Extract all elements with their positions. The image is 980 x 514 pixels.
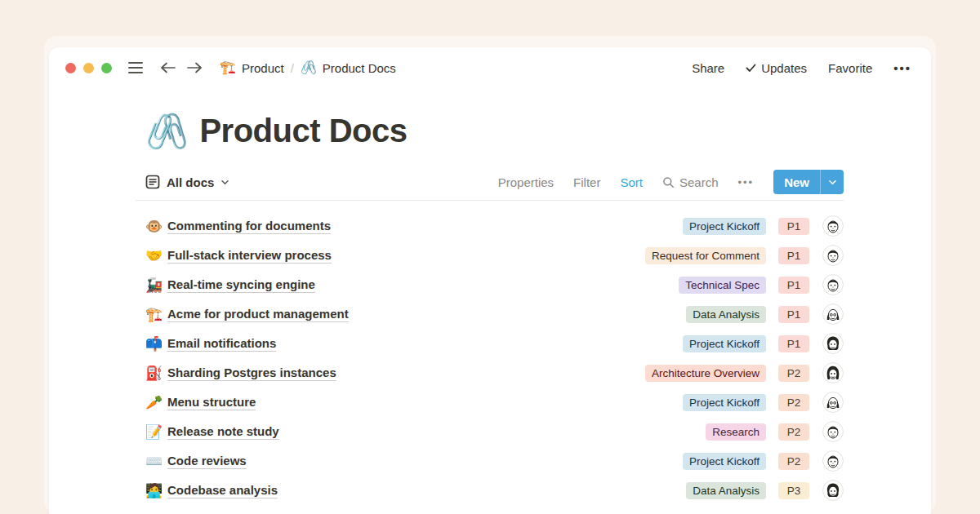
- doc-type-tag[interactable]: Technical Spec: [679, 277, 766, 294]
- search-button[interactable]: Search: [662, 175, 719, 189]
- doc-title-link[interactable]: Release note study: [167, 424, 279, 440]
- new-button-label[interactable]: New: [773, 170, 820, 194]
- priority-badge[interactable]: P2: [778, 423, 809, 441]
- breadcrumb-label: Product Docs: [323, 61, 396, 75]
- doc-type-tag[interactable]: Data Analysis: [686, 306, 766, 323]
- doc-row[interactable]: 🧑‍💻 Codebase analysis Data Analysis P3: [145, 476, 844, 505]
- doc-emoji-icon: 📝: [145, 425, 167, 439]
- forward-arrow-icon[interactable]: [186, 61, 203, 74]
- page-paperclip-icon[interactable]: 🖇️: [145, 114, 188, 148]
- avatar[interactable]: [822, 333, 844, 354]
- doc-emoji-icon: ⌨️: [145, 454, 167, 468]
- avatar[interactable]: [822, 480, 844, 501]
- avatar[interactable]: [822, 421, 844, 442]
- search-icon: [662, 176, 675, 188]
- doc-type-tag[interactable]: Research: [706, 423, 766, 441]
- page-header: 🖇️ Product Docs: [145, 113, 844, 149]
- properties-button[interactable]: Properties: [498, 175, 554, 189]
- doc-row-meta: Architecture Overview P2: [645, 362, 844, 383]
- check-icon: [746, 64, 756, 73]
- avatar[interactable]: [822, 274, 844, 295]
- priority-badge[interactable]: P2: [778, 365, 809, 382]
- doc-type-tag[interactable]: Data Analysis: [686, 482, 766, 499]
- priority-badge[interactable]: P1: [778, 277, 809, 294]
- priority-badge[interactable]: P1: [778, 218, 809, 235]
- chevron-down-icon: [828, 178, 837, 187]
- menu-icon[interactable]: [128, 62, 143, 73]
- avatar[interactable]: [822, 450, 844, 472]
- updates-button[interactable]: Updates: [746, 61, 807, 75]
- doc-type-tag[interactable]: Project Kickoff: [683, 335, 766, 352]
- doc-row-meta: Project Kickoff P1: [683, 333, 844, 354]
- priority-badge[interactable]: P3: [778, 482, 809, 499]
- doc-row[interactable]: 🚂 Real-time syncing engine Technical Spe…: [145, 270, 844, 299]
- view-switcher[interactable]: All docs: [145, 175, 229, 189]
- page-content: 🖇️ Product Docs All docs Properties Filt…: [49, 88, 931, 505]
- doc-title-link[interactable]: Real-time syncing engine: [167, 277, 315, 293]
- doc-type-tag[interactable]: Project Kickoff: [683, 218, 766, 235]
- doc-row-meta: Data Analysis P1: [686, 304, 844, 325]
- minimize-window-button[interactable]: [83, 63, 94, 73]
- doc-row[interactable]: 🏗️ Acme for product management Data Anal…: [145, 299, 844, 329]
- share-button[interactable]: Share: [692, 61, 724, 75]
- doc-title-link[interactable]: Menu structure: [167, 395, 256, 410]
- doc-title-link[interactable]: Acme for product management: [167, 307, 349, 322]
- doc-emoji-icon: 🐵: [145, 219, 167, 233]
- doc-row[interactable]: 🥕 Menu structure Project Kickoff P2: [145, 388, 844, 417]
- doc-title-link[interactable]: Code reviews: [167, 454, 247, 469]
- toolbar-more-button[interactable]: •••: [738, 176, 755, 188]
- app-window: 🏗️ Product / 🖇️ Product Docs Share Updat…: [49, 47, 931, 514]
- doc-row[interactable]: ⛽ Sharding Postgres instances Architectu…: [145, 358, 844, 388]
- doc-type-tag[interactable]: Architecture Overview: [645, 365, 766, 382]
- more-options-button[interactable]: •••: [893, 61, 911, 75]
- database-toolbar: All docs Properties Filter Sort Search •…: [145, 169, 844, 195]
- favorite-button[interactable]: Favorite: [828, 61, 872, 75]
- filter-button[interactable]: Filter: [573, 175, 600, 189]
- zoom-window-button[interactable]: [101, 63, 112, 73]
- doc-type-tag[interactable]: Request for Comment: [645, 247, 766, 264]
- priority-badge[interactable]: P1: [778, 306, 809, 323]
- crane-icon: 🏗️: [220, 61, 236, 74]
- avatar[interactable]: [822, 215, 844, 237]
- new-button-caret[interactable]: [821, 170, 844, 194]
- docs-list-icon: [145, 175, 160, 189]
- doc-title-link[interactable]: Commenting for documents: [167, 219, 331, 234]
- traffic-lights: [65, 63, 112, 73]
- breadcrumb-item-product-docs[interactable]: 🖇️ Product Docs: [301, 61, 396, 75]
- priority-badge[interactable]: P2: [778, 453, 809, 470]
- sort-button[interactable]: Sort: [620, 175, 643, 189]
- avatar[interactable]: [822, 245, 844, 266]
- doc-row-meta: Project Kickoff P2: [683, 392, 844, 413]
- page-title[interactable]: Product Docs: [199, 113, 407, 149]
- close-window-button[interactable]: [65, 63, 76, 73]
- doc-row-meta: Technical Spec P1: [679, 274, 844, 295]
- doc-emoji-icon: 🚂: [145, 278, 167, 292]
- avatar[interactable]: [822, 304, 844, 325]
- breadcrumb-item-product[interactable]: 🏗️ Product: [220, 61, 284, 75]
- avatar[interactable]: [822, 392, 844, 413]
- doc-title-link[interactable]: Codebase analysis: [167, 483, 278, 498]
- doc-emoji-icon: 🤝: [145, 249, 167, 263]
- breadcrumb: 🏗️ Product / 🖇️ Product Docs: [220, 61, 396, 75]
- breadcrumb-separator: /: [291, 61, 294, 75]
- new-button[interactable]: New: [773, 170, 844, 194]
- priority-badge[interactable]: P1: [778, 247, 809, 264]
- doc-type-tag[interactable]: Project Kickoff: [683, 453, 766, 470]
- doc-title-link[interactable]: Email notifications: [167, 336, 276, 352]
- doc-type-tag[interactable]: Project Kickoff: [683, 394, 766, 411]
- avatar[interactable]: [822, 362, 844, 383]
- doc-row[interactable]: ⌨️ Code reviews Project Kickoff P2: [145, 446, 844, 476]
- search-label: Search: [679, 175, 719, 189]
- priority-badge[interactable]: P1: [778, 335, 809, 352]
- doc-emoji-icon: 🧑‍💻: [145, 484, 167, 498]
- doc-row[interactable]: 📝 Release note study Research P2: [145, 417, 844, 446]
- doc-row[interactable]: 🤝 Full-stack interview process Request f…: [145, 241, 844, 270]
- back-arrow-icon[interactable]: [159, 61, 176, 74]
- doc-emoji-icon: 📫: [145, 337, 167, 351]
- doc-title-link[interactable]: Full-stack interview process: [167, 248, 332, 264]
- doc-row-meta: Project Kickoff P1: [683, 215, 844, 237]
- doc-row[interactable]: 🐵 Commenting for documents Project Kicko…: [145, 211, 844, 241]
- priority-badge[interactable]: P2: [778, 394, 809, 411]
- doc-row[interactable]: 📫 Email notifications Project Kickoff P1: [145, 329, 844, 358]
- doc-title-link[interactable]: Sharding Postgres instances: [167, 366, 336, 381]
